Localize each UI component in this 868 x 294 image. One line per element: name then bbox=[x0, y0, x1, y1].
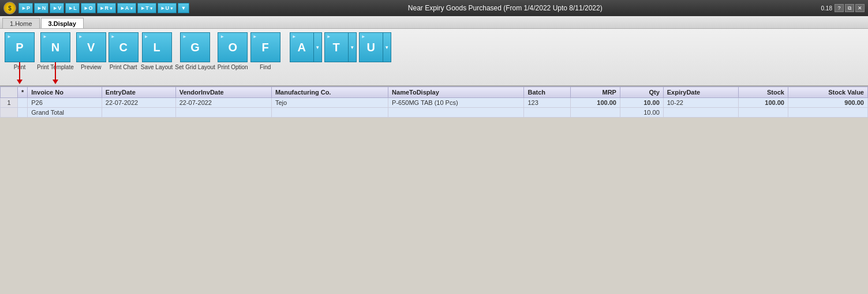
print-template-button[interactable]: ► N bbox=[40, 32, 70, 62]
btn-a-button[interactable]: ► A bbox=[290, 32, 314, 62]
close-button[interactable]: ✕ bbox=[855, 4, 865, 12]
set-grid-layout-group: ► G Set Grid Layout bbox=[175, 32, 215, 70]
cell-gt-mrp bbox=[570, 108, 620, 118]
print-option-label: Print Option bbox=[218, 64, 248, 70]
cell-gt-stock bbox=[738, 108, 788, 118]
cell-qty: 10.00 bbox=[620, 98, 663, 108]
print-template-group: ► N Print Template bbox=[37, 32, 74, 70]
cell-rownum: 1 bbox=[1, 98, 18, 108]
cell-gt-stock-value bbox=[788, 108, 867, 118]
col-header-invoice-no: Invoice No bbox=[28, 87, 102, 98]
version-label: 0.18 bbox=[821, 5, 832, 12]
col-header-stock: Stock bbox=[738, 87, 788, 98]
title-bar-right: 0.18 ? ⧉ ✕ bbox=[821, 4, 865, 12]
tab-display[interactable]: 3.Display bbox=[41, 18, 84, 28]
cell-stock-value: 900.00 bbox=[788, 98, 867, 108]
nav-btn-l[interactable]: ►L bbox=[65, 3, 79, 13]
nav-btn-n[interactable]: ►N bbox=[34, 3, 48, 13]
help-button[interactable]: ? bbox=[835, 4, 844, 12]
restore-button[interactable]: ⧉ bbox=[845, 4, 854, 12]
nav-btn-p[interactable]: ►P bbox=[18, 3, 33, 13]
btn-t-dropdown[interactable]: ▼ bbox=[349, 32, 357, 62]
nav-btn-a[interactable]: ►A▼ bbox=[117, 3, 136, 13]
grand-total-row: Grand Total 10.00 bbox=[1, 108, 868, 118]
print-chart-group: ► C Print Chart bbox=[108, 32, 139, 70]
save-layout-button[interactable]: ► L bbox=[142, 32, 172, 62]
cell-gt-entry-date bbox=[102, 108, 175, 118]
btn-u-group: ► U ▼ bbox=[359, 32, 391, 64]
nav-btn-t[interactable]: ►T▼ bbox=[137, 3, 156, 13]
cell-name-to-display: P-650MG TAB (10 Pcs) bbox=[388, 98, 524, 108]
cell-vendor-inv-date: 22-07-2022 bbox=[175, 98, 271, 108]
cell-entry-date: 22-07-2022 bbox=[102, 98, 175, 108]
cell-mrp: 100.00 bbox=[570, 98, 620, 108]
btn-u-button[interactable]: ► U bbox=[359, 32, 383, 62]
col-header-batch: Batch bbox=[524, 87, 570, 98]
window-title: Near Expiry Goods Purchased (From 1/4/20… bbox=[189, 4, 821, 12]
cell-gt-qty: 10.00 bbox=[620, 108, 663, 118]
nav-btn-v[interactable]: ►V bbox=[50, 3, 64, 13]
col-header-vendor-inv-date: VendorInvDate bbox=[175, 87, 271, 98]
table-header-row: * Invoice No EntryDate VendorInvDate Man… bbox=[1, 87, 868, 98]
tab-home[interactable]: 1.Home bbox=[2, 18, 40, 28]
preview-button[interactable]: ► V bbox=[76, 32, 106, 62]
col-header-star: * bbox=[18, 87, 28, 98]
col-header-mrp: MRP bbox=[570, 87, 620, 98]
cell-gt-expiry-date bbox=[663, 108, 738, 118]
cell-manufacturing-co: Tejo bbox=[271, 98, 388, 108]
cell-gt-star bbox=[18, 108, 28, 118]
cell-expiry-date: 10-22 bbox=[663, 98, 738, 108]
btn-t-group: ► T ▼ bbox=[324, 32, 357, 64]
app-logo: $ bbox=[3, 2, 16, 14]
print-button[interactable]: ► P bbox=[5, 32, 35, 62]
table-row: 1 P26 22-07-2022 22-07-2022 Tejo P-650MG… bbox=[1, 98, 868, 108]
col-header-entry-date: EntryDate bbox=[102, 87, 175, 98]
preview-label: Preview bbox=[81, 64, 102, 70]
print-chart-label: Print Chart bbox=[110, 64, 137, 70]
cell-gt-vendor-inv-date bbox=[175, 108, 271, 118]
nav-btn-r[interactable]: ►R▼ bbox=[97, 3, 116, 13]
cell-stock: 100.00 bbox=[738, 98, 788, 108]
cell-invoice-no: P26 bbox=[28, 98, 102, 108]
cell-gt-batch bbox=[524, 108, 570, 118]
tab-bar: 1.Home 3.Display bbox=[0, 16, 868, 29]
cell-gt-manufacturing-co bbox=[271, 108, 388, 118]
cell-gt-name-to-display bbox=[388, 108, 524, 118]
set-grid-layout-label: Set Grid Layout bbox=[175, 64, 215, 70]
col-header-stock-value: Stock Value bbox=[788, 87, 867, 98]
btn-u-dropdown[interactable]: ▼ bbox=[383, 32, 391, 62]
find-button[interactable]: ► F bbox=[250, 32, 280, 62]
print-group: ► P Print bbox=[5, 32, 35, 70]
col-header-rownum bbox=[1, 87, 18, 98]
nav-btn-more[interactable]: ▼ bbox=[178, 3, 189, 13]
btn-t-button[interactable]: ► T bbox=[324, 32, 349, 62]
table-container: * Invoice No EntryDate VendorInvDate Man… bbox=[0, 86, 868, 118]
cell-gt-rownum bbox=[1, 108, 18, 118]
col-header-manufacturing-co: Manufacturing Co. bbox=[271, 87, 388, 98]
toolbar: ► P Print ► N Print Template ► bbox=[0, 29, 868, 86]
col-header-name-to-display: NameToDisplay bbox=[388, 87, 524, 98]
btn-a-dropdown[interactable]: ▼ bbox=[314, 32, 322, 62]
window-controls: ? ⧉ ✕ bbox=[835, 4, 865, 12]
cell-batch: 123 bbox=[524, 98, 570, 108]
col-header-qty: Qty bbox=[620, 87, 663, 98]
nav-btn-o[interactable]: ►O bbox=[81, 3, 96, 13]
nav-btn-u[interactable]: ►U▼ bbox=[158, 3, 177, 13]
save-layout-group: ► L Save Layout bbox=[141, 32, 173, 70]
cell-gt-label: Grand Total bbox=[28, 108, 102, 118]
set-grid-layout-button[interactable]: ► G bbox=[180, 32, 210, 62]
save-layout-label: Save Layout bbox=[141, 64, 173, 70]
find-label: Find bbox=[260, 64, 271, 70]
nav-buttons-top: ►P ►N ►V ►L ►O ►R▼ ►A▼ ►T▼ ►U▼ ▼ bbox=[18, 3, 189, 13]
print-option-group: ► O Print Option bbox=[218, 32, 248, 70]
preview-group: ► V Preview bbox=[76, 32, 106, 70]
title-bar-left: $ ►P ►N ►V ►L ►O ►R▼ ►A▼ ►T▼ ►U▼ ▼ bbox=[3, 2, 189, 14]
btn-a-group: ► A ▼ bbox=[290, 32, 322, 64]
cell-star bbox=[18, 98, 28, 108]
print-option-button[interactable]: ► O bbox=[218, 32, 248, 62]
title-bar: $ ►P ►N ►V ►L ►O ►R▼ ►A▼ ►T▼ ►U▼ ▼ Near … bbox=[0, 0, 868, 16]
print-chart-button[interactable]: ► C bbox=[108, 32, 139, 62]
col-header-expiry-date: ExpiryDate bbox=[663, 87, 738, 98]
find-group: ► F Find bbox=[250, 32, 280, 70]
data-table: * Invoice No EntryDate VendorInvDate Man… bbox=[0, 86, 868, 118]
